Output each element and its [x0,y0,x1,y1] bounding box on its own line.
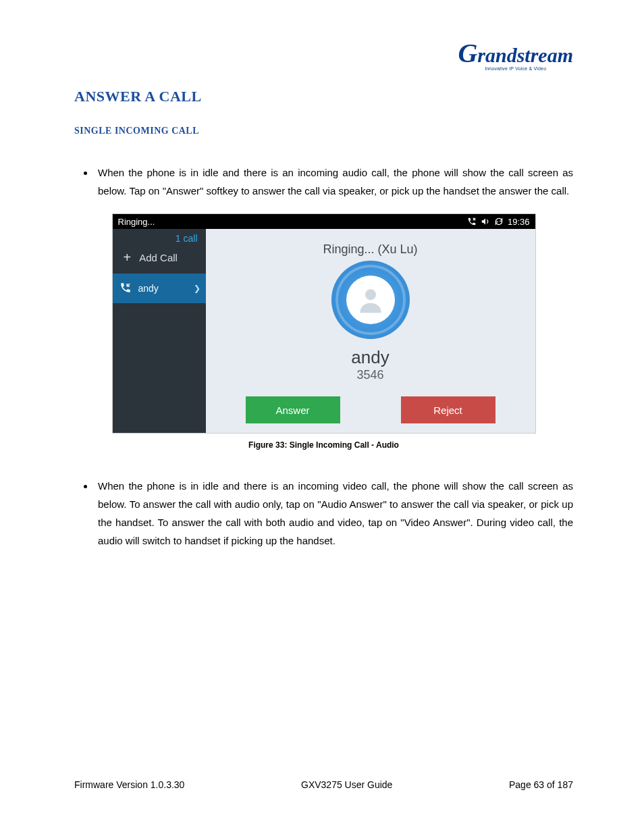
volume-icon [481,217,490,226]
bullet-1: When the phone is in idle and there is a… [95,163,573,200]
phone-sidebar: 1 call + Add Call andy ❯ [113,229,206,433]
phone-status-bar: Ringing... 19:36 [113,214,535,229]
sync-icon [494,217,504,226]
phone-in-call-icon [467,217,477,226]
status-time: 19:36 [508,217,530,227]
section-heading: ANSWER A CALL [74,88,573,105]
answer-button[interactable]: Answer [246,396,340,423]
footer-firmware: Firmware Version 1.0.3.30 [74,779,184,790]
phone-main-area: Ringing... (Xu Lu) andy 3546 Answer Reje… [206,229,535,433]
reject-button[interactable]: Reject [401,396,495,423]
sidebar-contact-item[interactable]: andy ❯ [113,273,206,303]
caller-number: 3546 [356,368,383,382]
phone-screenshot: Ringing... 19:36 1 call + Add Call [112,213,536,434]
person-icon [355,284,386,315]
sidebar-contact-name: andy [138,283,159,294]
status-title: Ringing... [118,217,155,227]
incoming-call-icon [119,282,132,296]
call-count-label: 1 call [113,229,206,245]
plus-icon: + [124,251,132,264]
caller-name: andy [351,347,389,368]
add-call-label: Add Call [139,252,178,263]
brand-logo: Grandstream Innovative IP Voice & Video [458,37,573,71]
page-footer: Firmware Version 1.0.3.30 GXV3275 User G… [74,779,573,790]
figure-caption: Figure 33: Single Incoming Call - Audio [74,440,573,450]
footer-page-number: Page 63 of 187 [509,779,573,790]
subsection-heading: SINGLE INCOMING CALL [74,126,573,136]
svg-point-0 [365,289,375,300]
chevron-right-icon: ❯ [194,284,200,293]
add-call-button[interactable]: + Add Call [113,245,206,273]
footer-doc-title: GXV3275 User Guide [301,779,392,790]
caller-avatar [331,261,410,339]
bullet-2: When the phone is in idle and there is a… [95,477,573,550]
ringing-line: Ringing... (Xu Lu) [323,242,417,257]
